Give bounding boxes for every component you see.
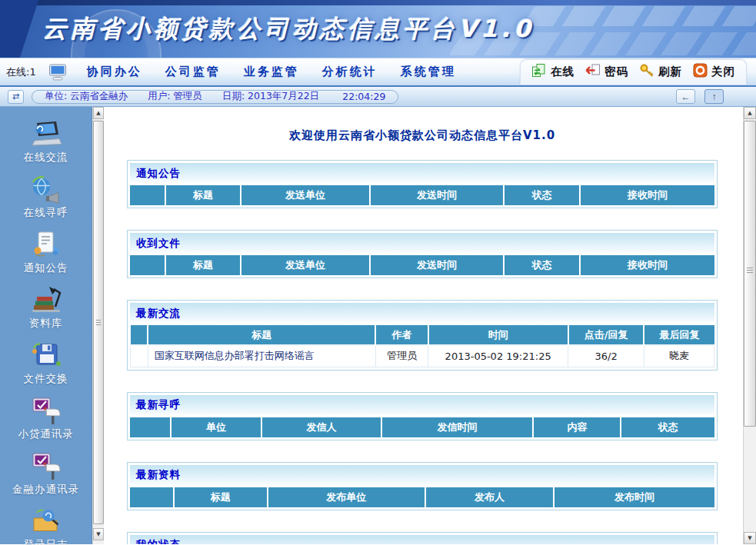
collapse-left-button[interactable]: ←	[676, 89, 695, 104]
column-header: 作者	[375, 325, 428, 345]
nav-actions: 在线密码刷新关闭	[520, 59, 747, 85]
sidebar-item-4[interactable]: 资料库	[0, 284, 92, 337]
app-banner: 云南省小额贷款公司动态信息平台V1.0	[0, 0, 756, 58]
action-label: 密码	[604, 65, 628, 79]
password-button[interactable]: 密码	[585, 63, 628, 81]
table-row: 国家互联网信息办部署打击网络谣言管理员2013-05-02 19:21:2536…	[131, 345, 714, 367]
table-cell: 2013-05-02 19:21:25	[428, 345, 568, 367]
loan-contacts-icon	[28, 394, 65, 427]
section-header: 最新寻呼	[130, 395, 714, 416]
table-header-row: 标题发送单位发送时间状态接收时间	[130, 255, 714, 275]
sidebar-item-8[interactable]: 登录日志	[0, 505, 92, 545]
notice-icon	[28, 228, 65, 261]
sidebar-item-label: 文件交换	[24, 372, 68, 386]
section-5: 最新资料标题发布单位发布人发布时间	[127, 462, 718, 510]
nav-item-3[interactable]: 业务监管	[244, 65, 299, 79]
close-button[interactable]: 关闭	[693, 63, 735, 81]
column-header: 标题	[165, 185, 241, 205]
sidebar-item-label: 金融办通讯录	[12, 483, 79, 497]
row-title-link[interactable]: 国家互联网信息办部署打击网络谣言	[148, 345, 375, 367]
app-title: 云南省小额贷款公司动态信息平台V1.0	[43, 13, 535, 45]
scroll-up-button[interactable]: ▲	[93, 107, 104, 119]
session-user: 用户: 管理员	[148, 90, 202, 103]
table-header-row: 标题作者时间点击/回复最后回复	[131, 325, 714, 345]
nav-item-2[interactable]: 公司监管	[165, 65, 221, 79]
session-unit: 单位: 云南省金融办	[45, 90, 128, 103]
nav-item-4[interactable]: 分析统计	[322, 65, 378, 79]
key-refresh-icon	[639, 63, 654, 81]
section-header: 最新资料	[130, 465, 714, 486]
scrollbar-thumb[interactable]	[93, 121, 104, 524]
section-title: 收到文件	[136, 237, 181, 251]
table-header-row: 标题发布单位发布人发布时间	[130, 487, 714, 507]
sidebar-item-label: 小贷通讯录	[18, 427, 74, 441]
column-header: 接收时间	[580, 185, 714, 205]
table-header-row: 单位发信人发信时间内容状态	[130, 417, 714, 437]
column-header: 发布人	[425, 487, 554, 507]
section-3: 最新交流标题作者时间点击/回复最后回复国家互联网信息办部署打击网络谣言管理员20…	[127, 300, 718, 371]
section-6: 我的状态登录单位：云南省金融办1权限范围：云南省	[127, 532, 718, 545]
column-header	[130, 487, 174, 507]
sidebar-item-2[interactable]: 在线寻呼	[0, 173, 92, 227]
action-label: 刷新	[658, 65, 682, 79]
sync-button[interactable]: ⇄	[8, 90, 24, 104]
section-table: 标题发送单位发送时间状态接收时间	[130, 255, 714, 275]
sidebar-item-label: 通知公告	[24, 261, 68, 275]
column-header: 标题	[174, 487, 268, 507]
column-header: 状态	[504, 255, 580, 275]
key-refresh-button[interactable]: 刷新	[639, 63, 682, 81]
action-label: 在线	[551, 65, 574, 79]
column-header: 发送时间	[370, 185, 505, 205]
sidebar-item-label: 资料库	[29, 317, 63, 331]
scroll-up-button[interactable]: ▲	[744, 107, 756, 119]
column-header: 标题	[148, 325, 375, 345]
online-chat-icon	[28, 118, 65, 150]
nav-menu: 协同办公公司监管业务监管分析统计系统管理	[87, 65, 456, 79]
content: 欢迎使用云南省小额贷款公司动态信息平台V1.0 通知公告标题发送单位发送时间状态…	[104, 107, 743, 544]
online-count: 在线:1	[6, 65, 36, 79]
column-header: 接收时间	[580, 255, 714, 275]
finance-contacts-icon	[28, 450, 65, 482]
computer-icon	[48, 64, 67, 81]
sidebar-item-7[interactable]: 金融办通讯录	[0, 450, 92, 503]
scroll-down-button[interactable]: ▼	[744, 532, 756, 544]
section-header: 收到文件	[130, 233, 714, 254]
session-info: 单位: 云南省金融办 用户: 管理员 日期: 2013年7月22日 22:04:…	[32, 90, 398, 104]
column-header: 发布时间	[554, 487, 714, 507]
sidebar-item-1[interactable]: 在线交流	[0, 118, 92, 171]
scroll-down-button[interactable]: ▼	[93, 528, 104, 540]
column-header: 发送单位	[241, 185, 369, 205]
column-header: 发信时间	[381, 417, 534, 437]
sidebar: 在线交流在线寻呼通知公告资料库文件交换小贷通讯录金融办通讯录登录日志	[0, 107, 92, 544]
column-header: 时间	[428, 325, 568, 345]
sidebar-scrollbar[interactable]: ▲ ▼	[92, 107, 104, 544]
login-log-icon	[28, 505, 65, 537]
scrollbar-thumb[interactable]	[744, 121, 756, 427]
collapse-up-button[interactable]: ↑	[704, 89, 724, 104]
keyboard-decor	[522, 6, 756, 26]
action-label: 关闭	[711, 65, 735, 79]
nav-item-1[interactable]: 协同办公	[87, 65, 142, 79]
section-title: 最新资料	[136, 468, 181, 482]
column-header	[131, 325, 148, 345]
column-header: 发送时间	[370, 255, 505, 275]
session-date: 日期: 2013年7月22日	[222, 90, 319, 103]
section-title: 我的状态	[136, 538, 181, 544]
column-header: 发布单位	[268, 487, 425, 507]
sidebar-item-5[interactable]: 文件交换	[0, 339, 92, 393]
online-doc-button[interactable]: 在线	[531, 63, 574, 81]
section-header: 我的状态	[130, 535, 714, 545]
table-cell: 36/2	[568, 345, 644, 367]
section-title: 最新寻呼	[136, 398, 181, 412]
section-table: 标题发布单位发布人发布时间	[130, 487, 714, 507]
column-header: 标题	[165, 255, 241, 275]
sidebar-item-3[interactable]: 通知公告	[0, 228, 92, 282]
content-scrollbar[interactable]: ▲ ▼	[743, 107, 756, 544]
column-header: 状态	[621, 417, 714, 437]
nav-item-5[interactable]: 系统管理	[401, 65, 456, 79]
table-header-row: 标题发送单位发送时间状态接收时间	[130, 185, 714, 205]
table-cell: 晓麦	[644, 345, 714, 367]
section-table: 单位发信人发信时间内容状态	[130, 417, 714, 437]
column-header	[130, 255, 165, 275]
sidebar-item-6[interactable]: 小贷通讯录	[0, 394, 92, 448]
